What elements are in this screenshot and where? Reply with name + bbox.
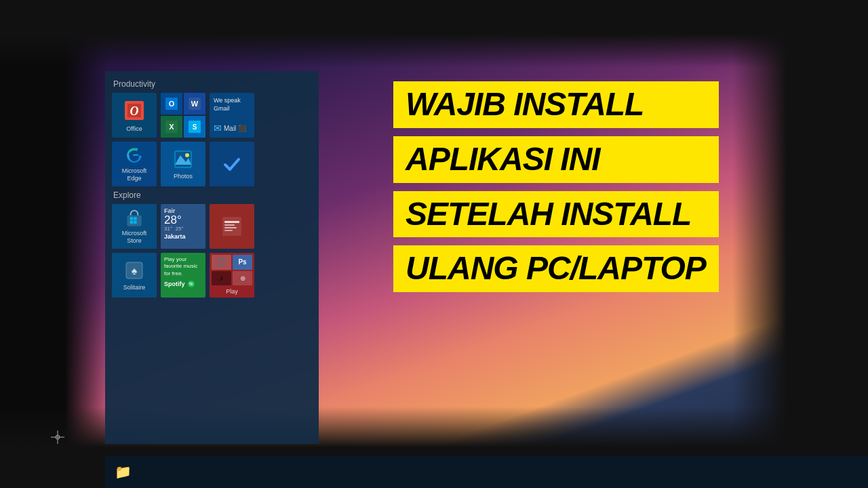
productivity-label: Productivity bbox=[112, 79, 312, 89]
office-label: Office bbox=[126, 125, 142, 133]
excel-icon: X bbox=[165, 121, 178, 133]
mail-speak-text: We speakGmail bbox=[214, 97, 241, 113]
overlay-line-4: ULANG PC/LAPTOP bbox=[406, 251, 707, 287]
store-tile[interactable]: Microsoft Store bbox=[112, 204, 157, 249]
outlook-icon: O bbox=[165, 98, 178, 110]
svg-rect-23 bbox=[224, 227, 237, 228]
solitaire-label: Solitaire bbox=[123, 284, 146, 291]
overlay-line-2-block: APLIKASI INI bbox=[393, 136, 719, 183]
overlay-text-container: WAJIB INSTALL APLIKASI INI SETELAH INSTA… bbox=[393, 81, 719, 292]
overlay-line-4-block: ULANG PC/LAPTOP bbox=[393, 245, 719, 292]
word-mini-tile[interactable]: W bbox=[184, 93, 205, 115]
word-icon: W bbox=[189, 98, 201, 110]
play-tile[interactable]: 🎵 Ps ♪ ⊕ Play bbox=[210, 253, 254, 298]
svg-text:X: X bbox=[169, 123, 174, 131]
taskbar: 📁 bbox=[105, 455, 868, 488]
mail-arrow-icon: ⬛ bbox=[238, 125, 246, 132]
photos-tile[interactable]: Photos bbox=[161, 142, 205, 186]
tiles-area: Productivity O Office bbox=[105, 71, 319, 444]
svg-text:S: S bbox=[193, 123, 197, 131]
svg-rect-22 bbox=[224, 224, 235, 226]
office-icon: O bbox=[122, 98, 146, 123]
play-app-4: ⊕ bbox=[233, 271, 252, 286]
taskbar-folder[interactable]: 📁 bbox=[111, 460, 135, 484]
spotify-tile[interactable]: Play yourfavorite musicfor free. Spotify bbox=[161, 253, 205, 298]
productivity-row-1: O Office O bbox=[112, 93, 312, 138]
overlay-line-1-block: WAJIB INSTALL bbox=[393, 81, 719, 128]
play-app-1: 🎵 bbox=[212, 255, 231, 270]
svg-rect-21 bbox=[224, 221, 239, 223]
office-tile[interactable]: O Office bbox=[112, 93, 157, 138]
weather-temp: 28° bbox=[164, 214, 182, 226]
photos-label: Photos bbox=[174, 173, 193, 180]
spotify-desc: Play yourfavorite musicfor free. bbox=[164, 256, 197, 277]
spotify-label: Spotify bbox=[164, 281, 185, 287]
play-app-3: ♪ bbox=[212, 271, 231, 286]
svg-rect-20 bbox=[222, 217, 241, 236]
svg-rect-17 bbox=[134, 217, 136, 220]
checkmark-tile[interactable] bbox=[210, 142, 254, 186]
overlay-line-3-block: SETELAH INSTALL bbox=[393, 191, 719, 238]
edge-tile[interactable]: Microsoft Edge bbox=[112, 142, 157, 186]
overlay-line-2: APLIKASI INI bbox=[406, 142, 707, 178]
svg-rect-24 bbox=[224, 230, 233, 231]
office-mini-tiles[interactable]: O W X bbox=[161, 93, 205, 138]
svg-text:O: O bbox=[169, 100, 175, 108]
solitaire-tile[interactable]: ♠ Solitaire bbox=[112, 253, 157, 298]
mail-speak-tile[interactable]: We speakGmail ✉ Mail ⬛ bbox=[210, 93, 254, 138]
mail-tile-bottom: ✉ Mail ⬛ bbox=[214, 123, 246, 134]
explore-row-1: Microsoft Store Fair 28° 31° 25° Jakarta bbox=[112, 204, 312, 249]
news-tile[interactable] bbox=[210, 204, 254, 249]
edge-top bbox=[0, 0, 868, 68]
overlay-line-3: SETELAH INSTALL bbox=[406, 197, 707, 232]
svg-text:♠: ♠ bbox=[132, 265, 138, 277]
checkmark-icon bbox=[221, 153, 243, 175]
weather-tile[interactable]: Fair 28° 31° 25° Jakarta bbox=[161, 204, 205, 249]
svg-text:W: W bbox=[191, 100, 199, 108]
play-label: Play bbox=[226, 288, 238, 296]
edge-icon bbox=[123, 146, 145, 165]
productivity-row-2: Microsoft Edge Photos bbox=[112, 142, 312, 186]
svg-rect-18 bbox=[130, 221, 133, 224]
edge-label: Microsoft Edge bbox=[116, 167, 153, 182]
play-app-2: Ps bbox=[233, 255, 252, 270]
mail-icon: ✉ bbox=[214, 123, 222, 134]
office-apps-group: O W X bbox=[161, 93, 205, 138]
weather-hi-lo: 31° 25° bbox=[164, 226, 184, 232]
solitaire-icon: ♠ bbox=[123, 260, 145, 281]
mail-label: Mail bbox=[224, 125, 236, 132]
store-icon bbox=[123, 208, 145, 227]
excel-mini-tile[interactable]: X bbox=[161, 116, 182, 138]
svg-rect-19 bbox=[134, 221, 136, 224]
svg-rect-16 bbox=[130, 217, 133, 220]
crosshair-icon bbox=[51, 430, 64, 444]
store-label: Microsoft Store bbox=[116, 230, 153, 245]
overlay-line-1: WAJIB INSTALL bbox=[406, 87, 707, 123]
explore-label: Explore bbox=[112, 190, 312, 200]
spotify-icon bbox=[187, 280, 195, 288]
svg-point-13 bbox=[185, 153, 189, 157]
start-menu: Productivity O Office bbox=[105, 71, 319, 444]
weather-city: Jakarta bbox=[164, 233, 186, 240]
skype-icon: S bbox=[189, 121, 201, 133]
explore-row-2: ♠ Solitaire Play yourfavorite musicfor f… bbox=[112, 253, 312, 298]
outlook-mini-tile[interactable]: O bbox=[161, 93, 182, 115]
news-icon bbox=[222, 217, 241, 236]
play-apps-grid: 🎵 Ps ♪ ⊕ bbox=[212, 255, 252, 285]
crosshair-cursor bbox=[51, 430, 64, 447]
folder-icon: 📁 bbox=[115, 464, 132, 480]
spotify-brand: Spotify bbox=[164, 280, 195, 288]
skype-mini-tile[interactable]: S bbox=[184, 116, 205, 138]
svg-text:O: O bbox=[130, 104, 139, 118]
photos-icon bbox=[172, 148, 194, 170]
